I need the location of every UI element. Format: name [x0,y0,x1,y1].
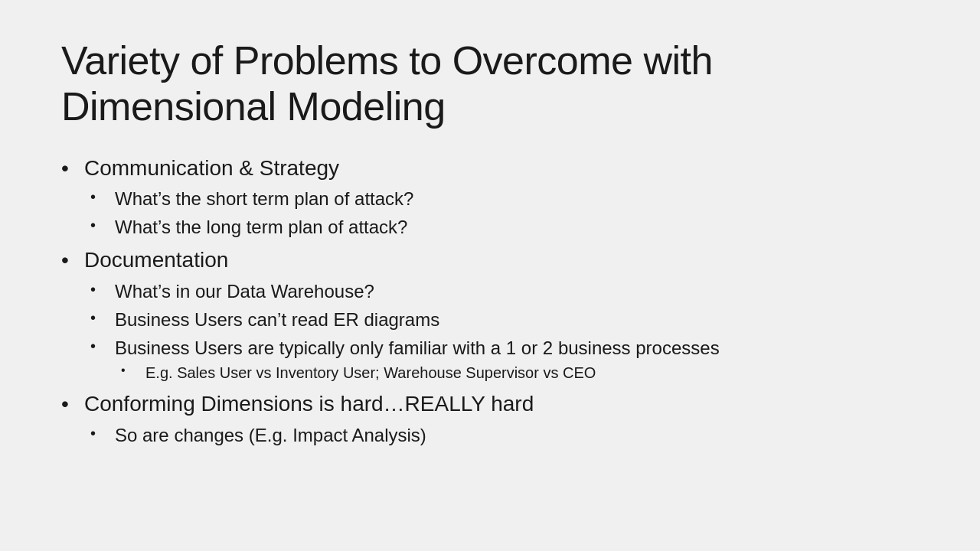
bullet-text: What’s in our Data Warehouse? [115,281,374,302]
bullet-text: Documentation [84,248,228,272]
list-item: Communication & Strategy What’s the shor… [61,155,919,240]
list-item: What’s the short term plan of attack? [84,187,919,210]
bullet-text: Business Users are typically only famili… [115,337,720,358]
list-item: Business Users can’t read ER diagrams [84,308,919,331]
list-item: So are changes (E.g. Impact Analysis) [84,423,919,447]
sub-sub-list: E.g. Sales User vs Inventory User; Wareh… [115,363,919,383]
sub-list: So are changes (E.g. Impact Analysis) [84,423,919,447]
slide-title: Variety of Problems to Overcome with Dim… [61,38,919,130]
list-item: E.g. Sales User vs Inventory User; Wareh… [115,363,919,383]
list-item: Documentation What’s in our Data Warehou… [61,246,919,383]
list-item: Conforming Dimensions is hard…REALLY har… [61,390,919,447]
sub-list: What’s the short term plan of attack? Wh… [84,187,919,239]
slide: Variety of Problems to Overcome with Dim… [0,0,980,551]
bullet-text: Business Users can’t read ER diagrams [115,309,439,330]
list-item: Business Users are typically only famili… [84,336,919,383]
bullet-text: Conforming Dimensions is hard…REALLY har… [84,392,534,416]
list-item: What’s in our Data Warehouse? [84,279,919,303]
list-item: What’s the long term plan of attack? [84,215,919,239]
bullet-text: E.g. Sales User vs Inventory User; Wareh… [145,364,596,381]
bullet-text: What’s the long term plan of attack? [115,217,407,237]
bullet-text: What’s the short term plan of attack? [115,188,413,209]
sub-list: What’s in our Data Warehouse? Business U… [84,279,919,383]
main-bullet-list: Communication & Strategy What’s the shor… [61,155,919,447]
bullet-text: So are changes (E.g. Impact Analysis) [115,425,426,445]
bullet-text: Communication & Strategy [84,156,339,180]
